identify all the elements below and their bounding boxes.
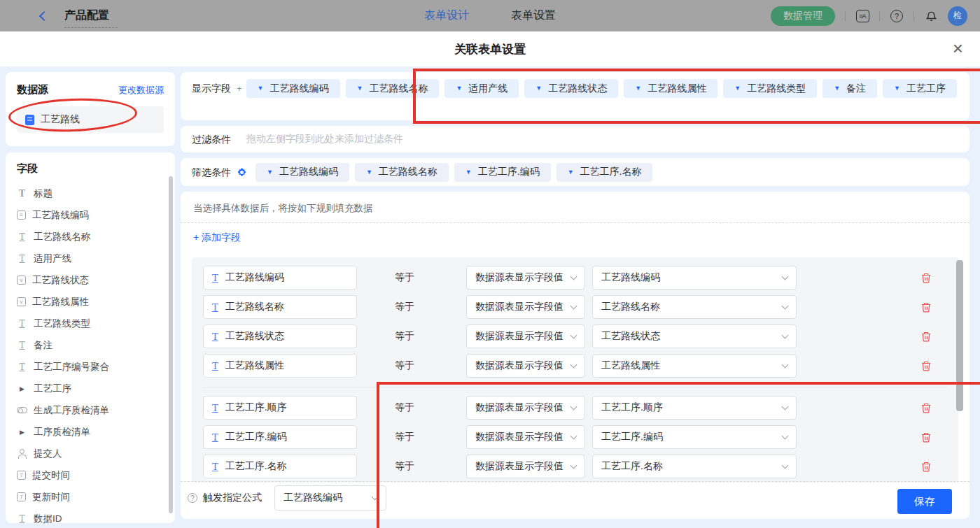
delete-rule-button[interactable] xyxy=(920,360,932,372)
rule-value-value: 工艺工序.编码 xyxy=(601,431,663,443)
field-tag[interactable]: ▼工艺路线类型 xyxy=(723,79,817,98)
rule-value-select[interactable]: 工艺工序.顺序 xyxy=(592,396,797,420)
rule-field-box[interactable]: T工艺路线状态 xyxy=(203,324,357,348)
field-item[interactable]: T标题 xyxy=(17,183,169,204)
translate-icon[interactable]: ≡A xyxy=(855,9,869,23)
delete-rule-button[interactable] xyxy=(920,402,932,414)
rule-field-box[interactable]: T工艺路线名称 xyxy=(203,295,357,319)
field-tag[interactable]: ▼工艺路线名称 xyxy=(355,163,449,182)
rule-field-box[interactable]: T工艺路线编码 xyxy=(203,266,357,290)
rule-field-box[interactable]: T工艺工序.编码 xyxy=(203,425,357,449)
field-tag[interactable]: ▼工艺工序.名称 xyxy=(556,163,653,182)
rules-scrollbar[interactable] xyxy=(956,260,963,411)
screen-filter-tags: ▼工艺路线编码▼工艺路线名称▼工艺工序.编码▼工艺工序.名称 xyxy=(255,163,652,182)
sidebar-scrollbar[interactable] xyxy=(169,176,173,513)
field-item-label: 备注 xyxy=(34,339,52,352)
delete-rule-button[interactable] xyxy=(920,301,932,313)
divider xyxy=(913,11,914,21)
field-tag[interactable]: ▼备注 xyxy=(822,79,877,98)
back-icon[interactable] xyxy=(39,10,49,20)
rule-value-select[interactable]: 工艺路线名称 xyxy=(592,295,797,319)
rule-source-select[interactable]: 数据源表显示字段值 xyxy=(466,396,585,420)
rule-source-select[interactable]: 数据源表显示字段值 xyxy=(466,455,585,478)
field-tag[interactable]: ▼工艺路线名称 xyxy=(346,79,440,98)
delete-rule-button[interactable] xyxy=(920,461,932,473)
divider xyxy=(181,481,969,482)
trigger-row: ? 触发指定公式 工艺路线编码 xyxy=(188,485,386,511)
filter-dropzone[interactable]: 拖动左侧字段到此处来添加过滤条件 xyxy=(246,133,403,145)
delete-rule-button[interactable] xyxy=(920,331,932,343)
rule-field-box[interactable]: T工艺路线属性 xyxy=(203,354,357,378)
help-icon[interactable]: ? xyxy=(890,9,904,23)
field-item[interactable]: T工艺路线类型 xyxy=(17,313,169,334)
field-item-label: 数据ID xyxy=(34,513,62,525)
datasource-item[interactable]: 工艺路线 xyxy=(17,106,164,133)
add-field-button[interactable]: + 添加字段 xyxy=(193,231,241,244)
tag-label: 工艺路线编码 xyxy=(279,166,338,178)
chevron-down-icon xyxy=(570,462,578,469)
help-icon[interactable]: ? xyxy=(188,493,197,503)
rule-source-select[interactable]: 数据源表显示字段值 xyxy=(466,324,585,348)
field-item[interactable]: ≡工艺路线编码 xyxy=(17,204,169,226)
rule-source-select[interactable]: 数据源表显示字段值 xyxy=(466,295,585,319)
rule-source-select[interactable]: 数据源表显示字段值 xyxy=(466,354,585,378)
trigger-formula-value: 工艺路线编码 xyxy=(284,492,342,504)
field-item[interactable]: T备注 xyxy=(17,334,169,356)
rule-value-select[interactable]: 工艺工序.编码 xyxy=(592,425,797,449)
caret-down-icon: ▼ xyxy=(267,169,273,176)
field-item[interactable]: T工艺工序编号聚合 xyxy=(17,356,169,378)
rule-value-value: 工艺工序.顺序 xyxy=(601,401,663,414)
rule-value-select[interactable]: 工艺路线状态 xyxy=(592,324,797,348)
person-icon xyxy=(17,448,27,459)
field-tag[interactable]: ▼适用产线 xyxy=(444,79,519,98)
data-manage-button[interactable]: 数据管理 xyxy=(771,6,835,26)
field-item[interactable]: v工艺路线属性 xyxy=(17,291,169,313)
delete-rule-button[interactable] xyxy=(920,431,932,443)
save-button[interactable]: 保存 xyxy=(897,489,952,514)
field-item[interactable]: 提交人 xyxy=(17,443,169,464)
field-tag[interactable]: ▼工艺路线编码 xyxy=(255,163,349,182)
field-item[interactable]: T数据ID xyxy=(17,508,169,528)
field-item[interactable]: T适用产线 xyxy=(17,248,169,269)
field-item[interactable]: v工艺路线状态 xyxy=(17,269,169,291)
field-item[interactable]: 生成工序质检清单 xyxy=(17,399,169,421)
rule-value-select[interactable]: 工艺路线编码 xyxy=(592,266,797,290)
rule-field-box[interactable]: T工艺工序.顺序 xyxy=(203,396,357,420)
field-item[interactable]: T工艺路线名称 xyxy=(17,226,169,248)
rule-field-box[interactable]: T工艺工序.名称 xyxy=(203,455,357,478)
field-item[interactable]: 7更新时间 xyxy=(17,486,169,508)
caret-down-icon: ▼ xyxy=(366,169,372,176)
rule-source-value: 数据源表显示字段值 xyxy=(475,271,564,284)
field-tag[interactable]: ▼工艺路线属性 xyxy=(624,79,718,98)
tab-form-design[interactable]: 表单设计 xyxy=(424,8,469,23)
tab-form-settings[interactable]: 表单设置 xyxy=(511,8,556,23)
caret-down-icon: ▼ xyxy=(536,85,542,92)
rule-source-select[interactable]: 数据源表显示字段值 xyxy=(466,425,585,449)
avatar[interactable]: 检 xyxy=(948,6,967,26)
field-item[interactable]: ▶工艺工序 xyxy=(17,378,169,399)
gear-icon[interactable] xyxy=(237,167,247,178)
close-icon[interactable]: × xyxy=(953,36,963,61)
field-tag[interactable]: ▼工艺路线编码 xyxy=(246,79,340,98)
change-datasource-link[interactable]: 更改数据源 xyxy=(118,84,164,97)
tag-label: 备注 xyxy=(846,83,866,95)
rule-value-select[interactable]: 工艺工序.名称 xyxy=(592,455,797,478)
add-display-field-icon[interactable]: + xyxy=(237,79,242,113)
rule-value-select[interactable]: 工艺路线属性 xyxy=(592,354,797,378)
field-item[interactable]: 7提交时间 xyxy=(17,464,169,486)
text-field-icon: T xyxy=(17,340,27,350)
date-icon: 7 xyxy=(17,492,26,501)
toggle-icon xyxy=(17,407,27,413)
trigger-formula-select[interactable]: 工艺路线编码 xyxy=(274,485,386,511)
field-tag[interactable]: ▼工艺路线状态 xyxy=(524,79,618,98)
field-tag[interactable]: ▼工艺工序 xyxy=(883,79,957,98)
filter-label: 过滤条件 xyxy=(192,130,231,149)
screen-filter-panel: 筛选条件 ▼工艺路线编码▼工艺路线名称▼工艺工序.编码▼工艺工序.名称 xyxy=(181,158,969,186)
field-item[interactable]: ▶工序质检清单 xyxy=(17,421,169,443)
chevron-down-icon xyxy=(782,331,789,338)
divider xyxy=(879,11,880,21)
delete-rule-button[interactable] xyxy=(920,272,932,284)
field-tag[interactable]: ▼工艺工序.编码 xyxy=(454,163,551,182)
bell-icon[interactable] xyxy=(924,9,938,23)
rule-source-select[interactable]: 数据源表显示字段值 xyxy=(466,266,585,290)
